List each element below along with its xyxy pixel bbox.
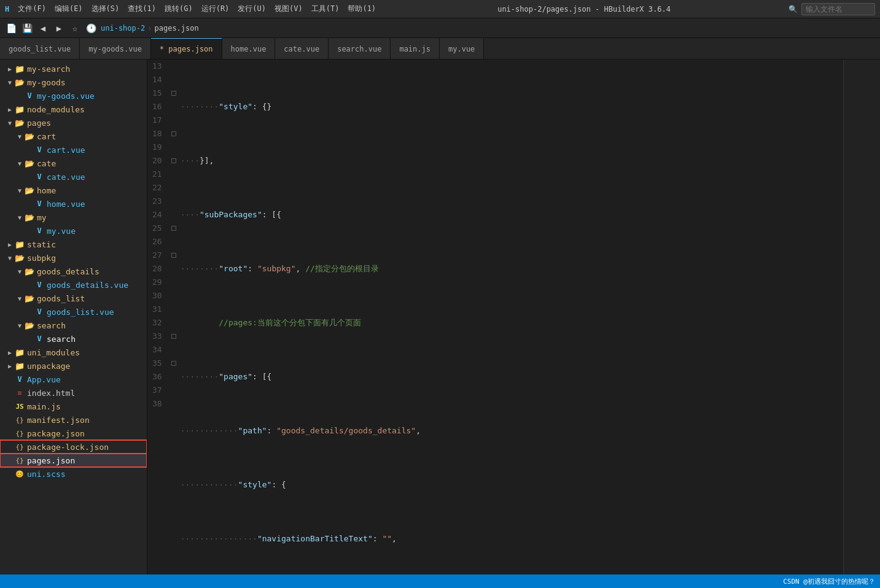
sidebar-item-pages-json[interactable]: {} pages.json: [0, 454, 147, 467]
ln-34: 34: [152, 343, 162, 357]
file-search-input[interactable]: [801, 3, 875, 15]
sidebar-item-manifest-json[interactable]: {} manifest.json: [0, 413, 147, 427]
collapse-15[interactable]: [171, 91, 176, 96]
ln-33: 33: [152, 330, 162, 343]
ln-14: 14: [152, 73, 162, 87]
breadcrumb-sep: ›: [147, 24, 152, 33]
status-csdn: CSDN @初遇我囧寸的热情呢？: [783, 577, 875, 586]
menu-run[interactable]: 运行(R): [198, 4, 233, 14]
menu-find[interactable]: 查找(1): [124, 4, 160, 14]
sidebar-item-goods-details-vue[interactable]: V goods_details.vue: [0, 278, 147, 292]
html-icon-index: ≡: [15, 388, 25, 398]
title-bar: H 文件(F) 编辑(E) 选择(S) 查找(1) 跳转(G) 运行(R) 发行…: [0, 0, 880, 18]
sidebar-item-package-lock-json[interactable]: {} package-lock.json: [0, 440, 147, 454]
collapse-25[interactable]: [171, 226, 176, 231]
vue-icon-home: V: [34, 199, 44, 209]
tab-my-goods-vue[interactable]: my-goods.vue: [80, 38, 151, 59]
sidebar-item-search-vue[interactable]: V search: [0, 332, 147, 346]
menu-select[interactable]: 选择(S): [88, 4, 123, 14]
sidebar-item-pages[interactable]: ▼ 📂 pages: [0, 116, 147, 130]
sidebar-item-cate-vue[interactable]: V cate.vue: [0, 170, 147, 184]
sidebar-item-node-modules[interactable]: ▶ 📁 node_modules: [0, 103, 147, 116]
json-icon-package: {}: [15, 428, 25, 438]
code-content[interactable]: ········"style": {} ····}], ····"subPack…: [178, 60, 843, 574]
menu-file[interactable]: 文件(F): [14, 4, 50, 14]
sidebar-item-subpkg[interactable]: ▼ 📂 subpkg: [0, 251, 147, 265]
sidebar-item-my-goods[interactable]: ▼ 📂 my-goods: [0, 75, 147, 89]
label-my-vue: my.vue: [47, 226, 76, 236]
sidebar-item-uni-modules[interactable]: ▶ 📁 uni_modules: [0, 346, 147, 359]
breadcrumb: uni-shop-2 › pages.json: [101, 24, 199, 33]
sidebar-item-search-folder[interactable]: ▼ 📂 search: [0, 319, 147, 332]
tab-label-main-js: main.js: [399, 45, 430, 53]
tab-main-js[interactable]: main.js: [391, 38, 440, 59]
arrow-my-goods: ▼: [5, 79, 15, 86]
arrow-uni-modules: ▶: [5, 349, 15, 356]
menu-goto[interactable]: 跳转(G): [161, 4, 197, 14]
code-container[interactable]: 13 14 15 16 17 18 19 20 21 22 23 24 25 2…: [147, 60, 880, 574]
sidebar-item-static[interactable]: ▶ 📁 static: [0, 238, 147, 251]
breadcrumb-item-0[interactable]: uni-shop-2: [101, 24, 145, 33]
tab-label-pages-json: * pages.json: [160, 45, 213, 53]
collapse-27[interactable]: [171, 253, 176, 258]
sidebar-item-my-search[interactable]: ▶ 📁 my-search: [0, 62, 147, 75]
sidebar-item-home[interactable]: ▼ 📂 home: [0, 184, 147, 197]
vue-icon-app: V: [15, 374, 25, 384]
menu-publish[interactable]: 发行(U): [234, 4, 270, 14]
history-icon[interactable]: 🕐: [85, 22, 97, 34]
tab-goods-list-vue[interactable]: goods_list.vue: [0, 38, 80, 59]
sidebar-item-my-vue[interactable]: V my.vue: [0, 224, 147, 238]
menu-tools[interactable]: 工具(T): [308, 4, 343, 14]
sidebar-item-main-js[interactable]: JS main.js: [0, 400, 147, 413]
js-icon-main: JS: [15, 401, 25, 411]
sidebar-item-package-json[interactable]: {} package.json: [0, 427, 147, 440]
breadcrumb-item-1[interactable]: pages.json: [154, 24, 198, 33]
sidebar-item-home-vue[interactable]: V home.vue: [0, 197, 147, 211]
menu-help[interactable]: 帮助(1): [344, 4, 380, 14]
forward-icon[interactable]: ▶: [53, 22, 65, 34]
label-package-lock-json: package-lock.json: [27, 443, 109, 452]
tab-cate-vue[interactable]: cate.vue: [275, 38, 329, 59]
tab-label-search: search.vue: [337, 45, 381, 53]
sidebar-item-unpackage[interactable]: ▶ 📁 unpackage: [0, 359, 147, 373]
sidebar-item-my[interactable]: ▼ 📂 my: [0, 211, 147, 224]
new-file-icon[interactable]: 📄: [5, 22, 17, 34]
ln-30: 30: [152, 289, 162, 303]
tab-my-vue[interactable]: my.vue: [440, 38, 484, 59]
arrow-static: ▶: [5, 241, 15, 248]
folder-icon-goods-list: 📂: [25, 293, 34, 303]
arrow-subpkg: ▼: [5, 255, 15, 261]
label-goods-details: goods_details: [37, 267, 99, 276]
sidebar-item-goods-list[interactable]: ▼ 📂 goods_list: [0, 292, 147, 305]
folder-icon-unpackage: 📁: [15, 361, 25, 371]
ln-18: 18: [152, 127, 162, 141]
label-search-folder: search: [37, 321, 66, 330]
vue-icon-goods-list: V: [34, 307, 44, 317]
main-layout: ▶ 📁 my-search ▼ 📂 my-goods V my-goods.vu…: [0, 60, 880, 574]
sidebar-item-cart[interactable]: ▼ 📂 cart: [0, 130, 147, 143]
collapse-20[interactable]: [171, 158, 176, 163]
sidebar-item-uni-scss[interactable]: 😊 uni.scss: [0, 467, 147, 481]
vue-icon-my-goods-vue: V: [25, 91, 34, 101]
menu-view[interactable]: 视图(V): [271, 4, 306, 14]
sidebar-item-cate[interactable]: ▼ 📂 cate: [0, 157, 147, 170]
collapse-35[interactable]: [171, 361, 176, 366]
sidebar-item-app-vue[interactable]: V App.vue: [0, 373, 147, 386]
sidebar-item-goods-details[interactable]: ▼ 📂 goods_details: [0, 265, 147, 278]
folder-icon-my: 📂: [25, 212, 34, 222]
ln-31: 31: [152, 303, 162, 316]
bookmark-icon[interactable]: ☆: [69, 22, 81, 34]
label-home: home: [37, 186, 56, 195]
tab-pages-json[interactable]: * pages.json: [151, 38, 222, 59]
sidebar-item-cart-vue[interactable]: V cart.vue: [0, 143, 147, 157]
collapse-33[interactable]: [171, 334, 176, 339]
save-icon[interactable]: 💾: [21, 22, 33, 34]
collapse-18[interactable]: [171, 131, 176, 136]
back-icon[interactable]: ◀: [37, 22, 49, 34]
sidebar-item-index-html[interactable]: ≡ index.html: [0, 386, 147, 400]
sidebar-item-my-goods-vue[interactable]: V my-goods.vue: [0, 89, 147, 103]
menu-edit[interactable]: 编辑(E): [51, 4, 87, 14]
tab-search-vue[interactable]: search.vue: [329, 38, 391, 59]
sidebar-item-goods-list-vue[interactable]: V goods_list.vue: [0, 305, 147, 319]
tab-home-vue[interactable]: home.vue: [222, 38, 276, 59]
